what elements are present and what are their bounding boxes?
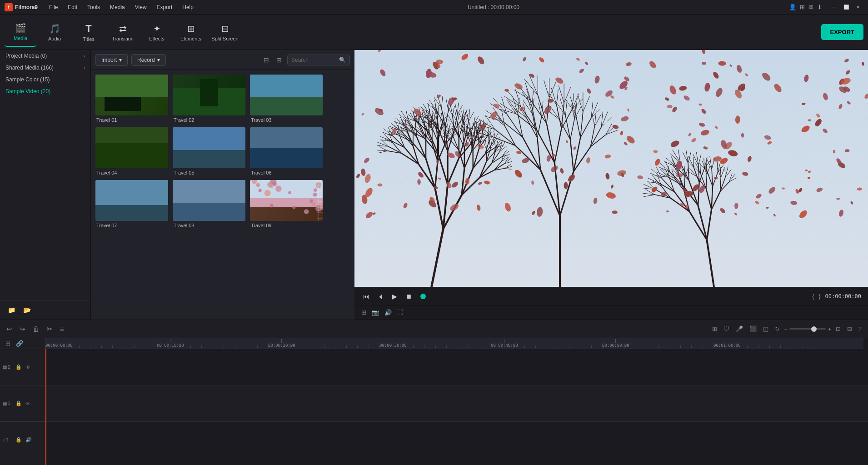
effects-icon: ✦ (153, 23, 161, 34)
menu-help[interactable]: Help (178, 3, 198, 12)
import-file-button[interactable]: 📂 (21, 304, 33, 316)
media-thumb-item[interactable]: Travel 03 (250, 75, 323, 123)
settings-icon[interactable]: ⊞ (800, 4, 805, 10)
play-button[interactable]: ▶ (390, 291, 399, 302)
help-icon[interactable]: ? (857, 324, 863, 334)
import-button[interactable]: Import ▾ (95, 54, 128, 66)
mark-out-icon[interactable]: } (819, 293, 821, 300)
thumb-canvas (95, 180, 168, 221)
fit-timeline-icon[interactable]: ⊡ (834, 324, 843, 334)
volume-icon[interactable]: 🔊 (384, 309, 392, 316)
loop-icon[interactable]: ↻ (773, 324, 782, 334)
window-title: Untitled : 00:00:00:00 (198, 4, 789, 10)
search-input[interactable] (291, 57, 337, 63)
pip-icon[interactable]: ⊞ (361, 309, 366, 316)
export-button[interactable]: EXPORT (821, 24, 863, 40)
title-right-icons: 👤 ⊞ ✉ ⬇ (789, 4, 822, 10)
minimize-button[interactable]: ─ (829, 2, 840, 12)
media-thumb-item[interactable]: Travel 06 (250, 127, 323, 175)
toolbar-titles[interactable]: T Titles (73, 17, 105, 47)
sample-color-item[interactable]: Sample Color (15) (0, 74, 90, 85)
menu-view[interactable]: View (130, 3, 151, 12)
record-button[interactable]: Record ▾ (131, 54, 166, 66)
shared-media-item[interactable]: Shared Media (166) › (0, 62, 90, 74)
media-thumb-item[interactable]: Travel 01 (95, 75, 168, 123)
ruler-sub-mark (112, 345, 113, 348)
track-visible-icon[interactable]: 👁 (25, 400, 31, 407)
timeline-toolbar: ↩ ↪ 🗑 ✂ ≡ ⊞ 🛡 🎤 ⬛ ◫ ↻ − + ⊡ ⊟ ? (0, 320, 868, 338)
redo-button[interactable]: ↪ (18, 323, 27, 335)
rewind-button[interactable]: ⏮ (361, 291, 371, 302)
ruler-sub-mark (402, 345, 402, 348)
mail-icon[interactable]: ✉ (808, 4, 813, 10)
thumb-canvas (250, 75, 323, 115)
ruler-sub-mark (313, 345, 313, 348)
track-lock-icon[interactable]: 🔒 (15, 400, 23, 407)
menu-edit[interactable]: Edit (63, 3, 82, 12)
ruler-sub-mark (124, 345, 124, 348)
media-thumb-item[interactable]: Travel 09 (250, 180, 323, 228)
track-2-icon: ▦ (3, 365, 7, 370)
menu-tools[interactable]: Tools (83, 3, 105, 12)
stop-button[interactable]: ⏹ (404, 291, 414, 302)
ruler-sub-mark (369, 345, 369, 348)
track-lock-icon[interactable]: 🔒 (15, 363, 23, 371)
adjust-button[interactable]: ≡ (58, 323, 66, 335)
track-audio-header: ♪ 1 🔒 🔊 (0, 422, 45, 458)
thumb-label: Travel 09 (250, 223, 323, 228)
track-visible-icon[interactable]: 👁 (25, 364, 31, 371)
center-panel: Import ▾ Record ▾ ⊟ ⊞ 🔍 Travel 01Travel … (91, 50, 354, 320)
media-thumb-item[interactable]: Travel 07 (95, 180, 168, 228)
snapshot-icon[interactable]: 📷 (372, 309, 379, 316)
timeline: ↩ ↪ 🗑 ✂ ≡ ⊞ 🛡 🎤 ⬛ ◫ ↻ − + ⊡ ⊟ ? (0, 320, 868, 465)
grid-view-icon[interactable]: ⊞ (274, 55, 284, 65)
add-track-icon[interactable]: ⊞ (710, 324, 719, 334)
media-thumb-item[interactable]: Travel 04 (95, 127, 168, 175)
search-icon[interactable]: 🔍 (339, 57, 346, 63)
zoom-slider[interactable]: − + (784, 326, 831, 332)
step-back-button[interactable]: ⏴ (376, 291, 386, 302)
track-volume-icon[interactable]: 🔊 (25, 436, 33, 444)
media-thumb-item[interactable]: Travel 05 (173, 127, 245, 175)
thumb-canvas (173, 127, 245, 168)
project-media-item[interactable]: Project Media (0) › (0, 50, 90, 62)
sample-video-item[interactable]: Sample Video (20) (0, 85, 90, 97)
close-button[interactable]: ✕ (853, 2, 863, 12)
media-thumb-item[interactable]: Travel 02 (173, 75, 245, 123)
ruler-sub-mark (469, 345, 469, 348)
menu-export[interactable]: Export (152, 3, 177, 12)
mic-icon[interactable]: 🎤 (734, 324, 745, 334)
thumb-image (173, 180, 245, 221)
sticker-icon[interactable]: ◫ (761, 324, 770, 334)
menu-media[interactable]: Media (105, 3, 130, 12)
caption-icon[interactable]: ⬛ (748, 324, 758, 334)
audio-icon: 🎵 (49, 23, 60, 34)
track-audio-num: ♪ 1 (3, 437, 13, 442)
media-thumb-item[interactable]: Travel 08 (173, 180, 245, 228)
mark-in-icon[interactable]: { (812, 293, 814, 300)
undo-button[interactable]: ↩ (5, 323, 14, 335)
toolbar-split-screen[interactable]: ⊟ Split Screen (209, 17, 241, 47)
toolbar-media[interactable]: 🎬 Media (5, 17, 36, 47)
menu-file[interactable]: File (45, 3, 62, 12)
add-track-button[interactable]: ⊞ (4, 338, 12, 349)
toolbar-audio[interactable]: 🎵 Audio (39, 17, 70, 47)
filter-icon[interactable]: ⊟ (262, 55, 271, 65)
toolbar-transition[interactable]: ⇄ Transition (107, 17, 139, 47)
fullscreen-icon[interactable]: ⛶ (397, 309, 403, 316)
download-icon[interactable]: ⬇ (817, 4, 822, 10)
toolbar-elements[interactable]: ⊞ Elements (175, 17, 207, 47)
maximize-button[interactable]: ⬜ (841, 2, 852, 12)
split-view-icon[interactable]: ⊟ (845, 324, 854, 334)
thumb-image (250, 127, 323, 168)
track-lock-icon[interactable]: 🔒 (15, 436, 23, 444)
cut-button[interactable]: ✂ (45, 323, 55, 335)
logo-icon: f (5, 3, 13, 11)
shield-icon[interactable]: 🛡 (722, 324, 731, 334)
link-button[interactable]: 🔗 (14, 338, 25, 349)
toolbar-effects[interactable]: ✦ Effects (141, 17, 173, 47)
track-lane-audio (45, 422, 868, 458)
delete-button[interactable]: 🗑 (31, 323, 41, 335)
account-icon[interactable]: 👤 (789, 4, 796, 10)
add-folder-button[interactable]: 📁 (5, 304, 17, 316)
